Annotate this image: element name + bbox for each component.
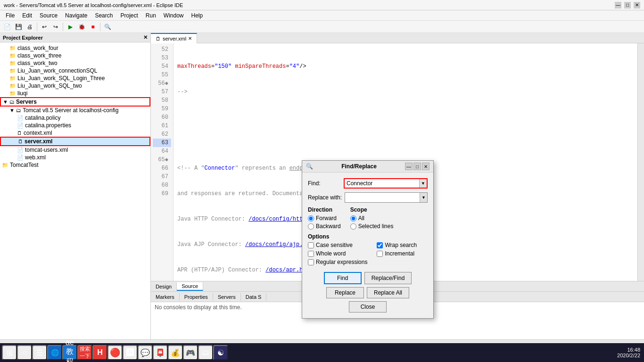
menu-navigate[interactable]: Navigate (61, 11, 91, 20)
tree-item-tomcat-test[interactable]: 📁 TomcatTest (0, 161, 150, 169)
menu-project[interactable]: Project (116, 11, 141, 20)
dialog-close-buttons: Close (308, 301, 428, 313)
replace-all-button[interactable]: Replace All (367, 287, 409, 298)
taskbar-icon6[interactable]: 💬 (138, 345, 153, 360)
windows-start-button[interactable]: ⊞ (2, 345, 17, 360)
tab-source[interactable]: Source (177, 282, 203, 291)
replace-dropdown-button[interactable]: ▼ (420, 193, 427, 202)
menu-source[interactable]: Source (36, 11, 61, 20)
dialog-title-bar: 🔍 Find/Replace — □ ✕ (302, 161, 433, 173)
search-button[interactable]: 🔍 (102, 22, 113, 32)
options-group: Options Case sensitive Whole word (308, 233, 428, 267)
forward-radio-row: Forward (308, 215, 341, 222)
replace-find-button[interactable]: Replace/Find (364, 272, 412, 284)
replace-input[interactable] (345, 193, 420, 202)
taskbar-icon8[interactable]: 💰 (168, 345, 183, 360)
scope-radio-group: All Selected lines (350, 215, 394, 230)
tree-item-tomcat-config[interactable]: ▼ 🗂 Tomcat v8.5 Server at localhost-conf… (0, 107, 150, 114)
selected-lines-radio[interactable] (350, 223, 356, 230)
tree-item-context-xml[interactable]: 🗒 context.xml (0, 129, 150, 137)
menu-help[interactable]: Help (188, 11, 207, 20)
tab-markers[interactable]: Markers (151, 293, 180, 301)
maximize-button[interactable]: □ (624, 2, 631, 8)
save-button[interactable]: 💾 (13, 22, 24, 32)
debug-button[interactable]: 🐞 (76, 22, 87, 32)
file-icon: 📄 (17, 147, 24, 153)
tab-server-xml[interactable]: 🗒 server.xml ✕ (151, 33, 197, 43)
tree-item-class-work-four[interactable]: 📁 class_work_four (0, 44, 150, 52)
backward-radio[interactable] (308, 223, 314, 230)
tree-item-liuqi[interactable]: 📁 liuqi (0, 90, 150, 97)
taskbar-ae-button[interactable]: ae教程 (62, 345, 77, 360)
folder-icon: 📁 (9, 60, 16, 66)
tree-item-liu-connection[interactable]: 📁 Liu_Juan_work_connectionSQL (0, 67, 150, 74)
task-view-button[interactable]: ○ (17, 345, 32, 360)
menu-run[interactable]: Run (142, 11, 160, 20)
tree-item-catalina-properties[interactable]: 📄 catalina.properties (0, 122, 150, 129)
tree-item-catalina-policy[interactable]: 📄 catalina.policy (0, 114, 150, 122)
dialog-close[interactable]: ✕ (422, 163, 429, 170)
case-sensitive-checkbox[interactable] (308, 242, 314, 248)
find-dropdown-button[interactable]: ▼ (419, 179, 427, 188)
folder-icon: 📁 (9, 83, 16, 89)
new-button[interactable]: 📄 (2, 22, 12, 32)
taskbar-icon5[interactable]: 🅰 (123, 345, 138, 360)
sidebar-close[interactable]: ✕ (143, 34, 148, 41)
replace-button[interactable]: Replace (326, 287, 364, 298)
taskbar-icon9[interactable]: 🎮 (183, 345, 198, 360)
menu-window[interactable]: Window (160, 11, 188, 20)
redo-button[interactable]: ↪ (50, 22, 61, 32)
stop-button[interactable]: ■ (88, 22, 98, 32)
find-replace-dialog[interactable]: 🔍 Find/Replace — □ ✕ Find: ▼ Replace wit… (302, 160, 434, 319)
taskbar-ie-button[interactable]: 🌐 (47, 345, 62, 360)
sidebar: Project Explorer ✕ 📁 class_work_four 📁 c… (0, 33, 151, 339)
dialog-minimize[interactable]: — (405, 163, 413, 170)
tab-bar: 🗒 server.xml ✕ (151, 33, 644, 43)
options-title: Options (308, 233, 428, 240)
tree-item-liu-sql-two[interactable]: 📁 Liu_Juan_work_SQL_two (0, 82, 150, 90)
tab-servers[interactable]: Servers (213, 293, 241, 301)
menu-file[interactable]: File (2, 11, 18, 20)
taskbar-eclipse-btn[interactable]: ☯ (213, 345, 228, 360)
minimize-button[interactable]: — (615, 2, 621, 8)
toolbar-separator-3 (100, 23, 100, 31)
undo-button[interactable]: ↩ (39, 22, 50, 32)
tab-close-button[interactable]: ✕ (188, 36, 192, 41)
tree-item-tomcat-users[interactable]: 📄 tomcat-users.xml (0, 146, 150, 154)
taskbar-icon7[interactable]: 📮 (153, 345, 168, 360)
taskbar-h-btn[interactable]: H (92, 345, 107, 360)
code-line-53: --> (177, 88, 634, 96)
line-num-55: 55 (153, 71, 171, 79)
replace-input-container: ▼ (345, 192, 428, 203)
taskbar-taskview[interactable]: ☰ (32, 345, 47, 360)
close-dialog-button[interactable]: Close (349, 301, 387, 313)
tab-properties[interactable]: Properties (180, 293, 213, 301)
options-col-right: Wrap search Incremental (377, 242, 417, 267)
line-num-67: 67 (153, 173, 171, 181)
taskbar-icon10[interactable]: 🗂 (198, 345, 213, 360)
menu-edit[interactable]: Edit (18, 11, 36, 20)
regular-expressions-checkbox[interactable] (308, 259, 314, 265)
tree-item-class-work-three[interactable]: 📁 class_work_three (0, 52, 150, 59)
tree-item-server-xml[interactable]: 🗒 server.xml (0, 137, 150, 146)
whole-word-checkbox[interactable] (308, 251, 314, 257)
run-button[interactable]: ▶ (65, 22, 75, 32)
wrap-search-checkbox[interactable] (377, 242, 383, 248)
find-input[interactable] (345, 179, 419, 188)
close-button[interactable]: ✕ (634, 2, 640, 8)
tree-item-class-work-two[interactable]: 📁 class_work_two (0, 59, 150, 67)
tree-item-servers[interactable]: ▼ 🗂 Servers (0, 97, 150, 107)
incremental-checkbox[interactable] (377, 251, 383, 257)
print-button[interactable]: 🖨 (25, 22, 35, 32)
menu-search[interactable]: Search (91, 11, 116, 20)
forward-radio[interactable] (308, 215, 314, 222)
find-button[interactable]: Find (324, 272, 362, 284)
tree-item-liu-login[interactable]: 📁 Liu_Juan_work_SQL_Login_Three (0, 74, 150, 82)
taskbar-search-btn[interactable]: 搜索一下 (77, 345, 92, 360)
tab-design[interactable]: Design (151, 283, 177, 290)
tree-item-web-xml[interactable]: 📄 web.xml (0, 154, 150, 161)
all-radio[interactable] (350, 215, 356, 222)
taskbar-chrome-btn[interactable]: 🔴 (107, 345, 123, 360)
dialog-maximize[interactable]: □ (413, 163, 421, 170)
tab-data-sources[interactable]: Data S (241, 293, 267, 301)
